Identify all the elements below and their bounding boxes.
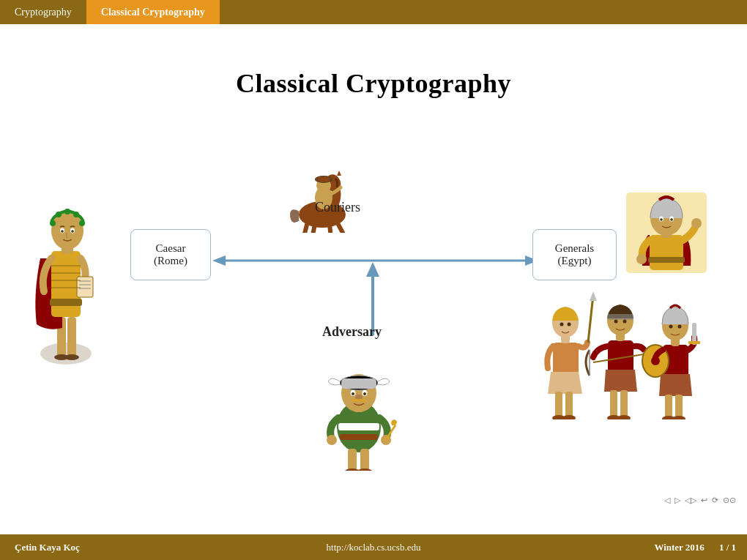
svg-point-76 [562, 415, 576, 419]
caesar-box: Caesar (Rome) [130, 229, 211, 280]
adversary-figure [308, 361, 410, 471]
svg-point-109 [669, 325, 673, 329]
svg-point-20 [61, 230, 64, 233]
nav-icon-6[interactable]: ⊙⊙ [723, 496, 736, 505]
svg-rect-2 [67, 317, 76, 357]
slide-title: Classical Cryptography [0, 68, 747, 99]
svg-point-48 [357, 468, 373, 471]
top-navigation-bar: Cryptography Classical Cryptography [0, 0, 747, 24]
svg-rect-99 [665, 395, 672, 418]
slide-content: Classical Cryptography [0, 24, 747, 534]
adversary-label: Adversary [322, 324, 382, 340]
svg-point-82 [568, 323, 571, 326]
svg-rect-6 [50, 299, 82, 306]
svg-point-96 [623, 320, 627, 324]
svg-marker-72 [548, 372, 582, 394]
svg-marker-41 [366, 262, 379, 277]
page-label: 1 / 1 [719, 542, 736, 553]
svg-line-30 [312, 224, 315, 233]
svg-point-88 [617, 415, 631, 419]
nav-icon-5[interactable]: ⟳ [712, 496, 718, 505]
bottom-right-info: Winter 2016 1 / 1 [601, 542, 747, 553]
nav-icon-1[interactable]: ◁ [664, 496, 670, 505]
svg-rect-43 [338, 423, 379, 430]
svg-rect-85 [610, 390, 617, 417]
svg-point-58 [363, 392, 366, 395]
svg-rect-54 [341, 378, 376, 389]
svg-rect-45 [348, 449, 357, 471]
svg-point-16 [73, 212, 79, 217]
svg-marker-78 [590, 291, 597, 301]
generals-box: Generals (Egypt) [532, 229, 617, 280]
svg-point-68 [670, 218, 673, 221]
svg-point-67 [660, 218, 663, 221]
svg-rect-73 [555, 392, 562, 417]
svg-line-29 [304, 222, 308, 233]
svg-point-81 [560, 323, 564, 326]
diagram-area: Caesar (Rome) [0, 141, 747, 493]
svg-point-21 [71, 230, 74, 233]
author-name: Çetin Kaya Koç [0, 542, 146, 553]
svg-rect-74 [565, 392, 573, 417]
navigation-icons: ◁ ▷ ◁▷ ↩ ⟳ ⊙⊙ [664, 496, 736, 505]
nav-icon-4[interactable]: ↩ [701, 496, 707, 505]
svg-line-77 [588, 295, 593, 343]
svg-rect-44 [340, 434, 378, 440]
svg-line-32 [337, 222, 343, 233]
svg-line-31 [330, 224, 331, 233]
couriers-label: Couriers [315, 200, 360, 215]
svg-rect-100 [675, 395, 683, 418]
svg-point-13 [50, 220, 56, 226]
caesar-figure [22, 185, 110, 376]
svg-rect-62 [648, 257, 685, 263]
svg-point-15 [64, 209, 70, 214]
svg-rect-106 [688, 341, 700, 344]
svg-rect-36 [318, 177, 330, 182]
bottom-bar: Çetin Kaya Koç http://koclab.cs.ucsb.edu… [0, 534, 747, 560]
svg-marker-28 [337, 171, 341, 176]
svg-point-102 [672, 416, 685, 419]
term-label: Winter 2016 [654, 542, 705, 553]
svg-rect-61 [650, 235, 683, 270]
svg-rect-5 [51, 251, 81, 317]
svg-rect-7 [77, 277, 93, 297]
svg-rect-46 [360, 449, 369, 471]
svg-marker-38 [212, 255, 226, 266]
url-link: http://koclab.cs.ucsb.edu [146, 542, 601, 553]
nav-icon-3[interactable]: ◁▷ [685, 496, 696, 505]
nav-icon-2[interactable]: ▷ [674, 496, 680, 505]
tab-cryptography[interactable]: Cryptography [0, 0, 86, 24]
svg-marker-84 [604, 370, 637, 392]
svg-point-110 [678, 325, 682, 329]
svg-point-17 [79, 220, 85, 226]
tab-classical-cryptography[interactable]: Classical Cryptography [86, 0, 220, 24]
svg-point-4 [64, 354, 79, 360]
svg-marker-98 [659, 374, 692, 396]
svg-point-69 [691, 218, 702, 228]
svg-point-95 [614, 320, 618, 324]
egypt-soldiers-figure [542, 288, 703, 419]
svg-point-14 [56, 212, 62, 217]
svg-rect-94 [607, 314, 633, 320]
svg-point-57 [352, 392, 354, 395]
general-egypt-figure [626, 193, 707, 273]
svg-point-70 [636, 254, 647, 264]
svg-rect-86 [620, 390, 628, 417]
svg-point-49 [327, 435, 337, 445]
